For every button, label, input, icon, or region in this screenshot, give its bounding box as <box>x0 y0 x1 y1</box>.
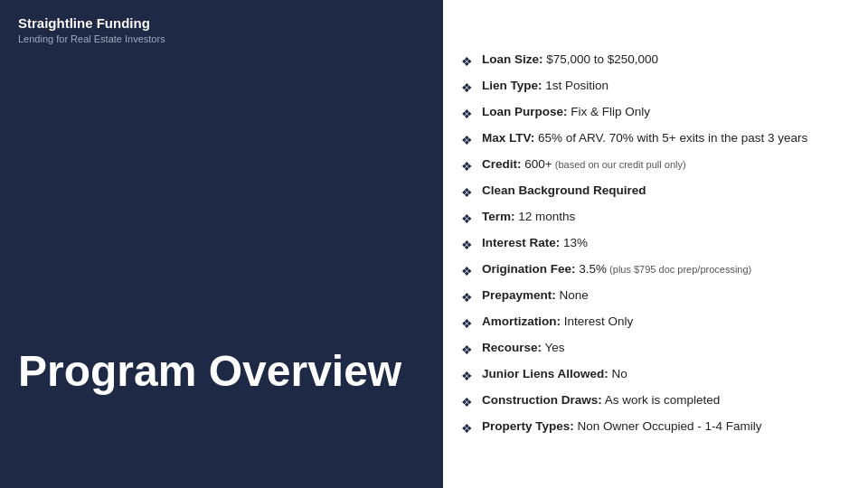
logo-title: Straightline Funding <box>18 14 425 33</box>
diamond-icon: ❖ <box>461 236 473 255</box>
diamond-icon: ❖ <box>461 79 473 98</box>
item-text: Credit: 600+ (based on our credit pull o… <box>482 155 686 174</box>
right-panel: ❖Loan Size: $75,000 to $250,000❖Lien Typ… <box>443 0 868 488</box>
diamond-icon: ❖ <box>461 314 473 333</box>
diamond-icon: ❖ <box>461 183 473 202</box>
list-item: ❖Term: 12 months <box>461 208 841 229</box>
item-text: Junior Liens Allowed: No <box>482 365 627 383</box>
program-items-list: ❖Loan Size: $75,000 to $250,000❖Lien Typ… <box>461 51 841 438</box>
list-item: ❖Origination Fee: 3.5% (plus $795 doc pr… <box>461 260 841 281</box>
list-item: ❖Amortization: Interest Only <box>461 313 841 333</box>
diamond-icon: ❖ <box>461 341 473 360</box>
item-text: Amortization: Interest Only <box>482 313 633 331</box>
item-text: Prepayment: None <box>482 286 589 305</box>
diamond-icon: ❖ <box>461 367 473 386</box>
diamond-icon: ❖ <box>461 262 473 281</box>
item-text: Origination Fee: 3.5% (plus $795 doc pre… <box>482 260 751 278</box>
list-item: ❖Junior Liens Allowed: No <box>461 365 841 386</box>
logo-area: Straightline Funding Lending for Real Es… <box>18 14 425 46</box>
diamond-icon: ❖ <box>461 52 473 71</box>
left-panel: Straightline Funding Lending for Real Es… <box>0 0 443 488</box>
item-text: Property Types: Non Owner Occupied - 1-4… <box>482 418 762 436</box>
list-item: ❖Recourse: Yes <box>461 339 841 360</box>
list-item: ❖Construction Draws: As work is complete… <box>461 391 841 412</box>
item-text: Clean Background Required <box>482 182 646 200</box>
logo-subtitle: Lending for Real Estate Investors <box>18 33 425 46</box>
item-text: Lien Type: 1st Position <box>482 77 609 95</box>
list-item: ❖Property Types: Non Owner Occupied - 1-… <box>461 418 841 438</box>
item-text: Interest Rate: 13% <box>482 234 588 252</box>
item-note: (plus $795 doc prep/processing) <box>607 264 751 275</box>
diamond-icon: ❖ <box>461 105 473 124</box>
list-item: ❖Credit: 600+ (based on our credit pull … <box>461 155 841 176</box>
main-heading: Program Overview <box>18 345 425 398</box>
item-text: Construction Draws: As work is completed <box>482 391 720 409</box>
diamond-icon: ❖ <box>461 393 473 412</box>
item-text: Max LTV: 65% of ARV. 70% with 5+ exits i… <box>482 129 807 147</box>
diamond-icon: ❖ <box>461 157 473 176</box>
list-item: ❖Loan Purpose: Fix & Flip Only <box>461 103 841 124</box>
list-item: ❖Interest Rate: 13% <box>461 234 841 255</box>
item-text: Loan Size: $75,000 to $250,000 <box>482 51 658 69</box>
diamond-icon: ❖ <box>461 419 473 438</box>
list-item: ❖Loan Size: $75,000 to $250,000 <box>461 51 841 71</box>
list-item: ❖Prepayment: None <box>461 286 841 307</box>
item-text: Loan Purpose: Fix & Flip Only <box>482 103 650 121</box>
item-text: Recourse: Yes <box>482 339 565 357</box>
item-note: (based on our credit pull only) <box>552 159 686 170</box>
diamond-icon: ❖ <box>461 210 473 229</box>
item-text: Term: 12 months <box>482 208 575 226</box>
list-item: ❖Clean Background Required <box>461 182 841 202</box>
list-item: ❖Lien Type: 1st Position <box>461 77 841 98</box>
list-item: ❖Max LTV: 65% of ARV. 70% with 5+ exits … <box>461 129 841 150</box>
diamond-icon: ❖ <box>461 131 473 150</box>
diamond-icon: ❖ <box>461 288 473 307</box>
